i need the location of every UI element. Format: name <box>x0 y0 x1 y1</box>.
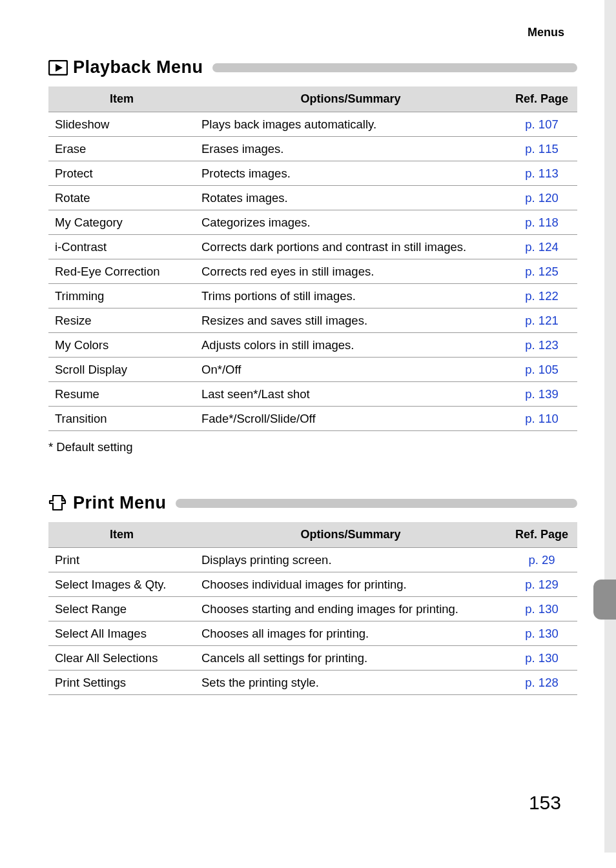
cell-ref[interactable]: p. 121 <box>506 308 577 333</box>
cell-options: Categorizes images. <box>195 210 506 235</box>
cell-item: Trimming <box>48 284 195 308</box>
table-row: PrintDisplays printing screen.p. 29 <box>48 548 577 572</box>
cell-item: Print <box>48 548 195 572</box>
cell-ref[interactable]: p. 122 <box>506 284 577 308</box>
cell-item: Select Range <box>48 597 195 621</box>
header-label: Menus <box>48 26 577 39</box>
cell-options: Cancels all settings for printing. <box>195 646 506 671</box>
cell-options: Plays back images automatically. <box>195 112 506 137</box>
cell-item: My Colors <box>48 333 195 358</box>
table-header-row: Item Options/Summary Ref. Page <box>48 522 577 548</box>
table-row: i-ContrastCorrects dark portions and con… <box>48 235 577 259</box>
table-header-row: Item Options/Summary Ref. Page <box>48 86 577 112</box>
cell-options: Chooses individual images for printing. <box>195 572 506 597</box>
table-row: Red-Eye CorrectionCorrects red eyes in s… <box>48 259 577 284</box>
cell-ref[interactable]: p. 130 <box>506 621 577 646</box>
cell-item: Select Images & Qty. <box>48 572 195 597</box>
cell-ref[interactable]: p. 110 <box>506 407 577 431</box>
table-row: Clear All SelectionsCancels all settings… <box>48 646 577 671</box>
cell-options: Last seen*/Last shot <box>195 382 506 407</box>
side-tab-marker <box>593 580 616 620</box>
cell-options: Resizes and saves still images. <box>195 308 506 333</box>
cell-options: Corrects red eyes in still images. <box>195 259 506 284</box>
cell-item: Protect <box>48 161 195 186</box>
cell-options: Adjusts colors in still images. <box>195 333 506 358</box>
table-row: TransitionFade*/Scroll/Slide/Offp. 110 <box>48 407 577 431</box>
cell-ref[interactable]: p. 29 <box>506 548 577 572</box>
cell-item: Rotate <box>48 186 195 210</box>
cell-ref[interactable]: p. 129 <box>506 572 577 597</box>
print-title-text: Print Menu <box>73 493 167 513</box>
page-number: 153 <box>48 792 577 814</box>
col-ref: Ref. Page <box>506 86 577 112</box>
cell-ref[interactable]: p. 125 <box>506 259 577 284</box>
side-tab <box>604 0 616 853</box>
print-section-title: Print Menu <box>48 493 577 513</box>
cell-ref[interactable]: p. 123 <box>506 333 577 358</box>
cell-item: My Category <box>48 210 195 235</box>
playback-section-title: Playback Menu <box>48 57 577 77</box>
cell-ref[interactable]: p. 124 <box>506 235 577 259</box>
table-row: SlideshowPlays back images automatically… <box>48 112 577 137</box>
table-row: Select All ImagesChooses all images for … <box>48 621 577 646</box>
cell-options: Fade*/Scroll/Slide/Off <box>195 407 506 431</box>
cell-ref[interactable]: p. 130 <box>506 646 577 671</box>
cell-options: On*/Off <box>195 358 506 382</box>
page: Menus Playback Menu Item Options/Summary… <box>0 0 616 853</box>
playback-table: Item Options/Summary Ref. Page Slideshow… <box>48 86 577 431</box>
cell-item: i-Contrast <box>48 235 195 259</box>
cell-item: Erase <box>48 137 195 161</box>
cell-ref[interactable]: p. 120 <box>506 186 577 210</box>
cell-item: Slideshow <box>48 112 195 137</box>
col-options: Options/Summary <box>195 86 506 112</box>
cell-item: Print Settings <box>48 671 195 695</box>
cell-options: Chooses starting and ending images for p… <box>195 597 506 621</box>
print-icon <box>48 494 68 512</box>
col-options: Options/Summary <box>195 522 506 548</box>
cell-options: Erases images. <box>195 137 506 161</box>
cell-item: Resume <box>48 382 195 407</box>
table-row: ResumeLast seen*/Last shotp. 139 <box>48 382 577 407</box>
table-row: My CategoryCategorizes images.p. 118 <box>48 210 577 235</box>
playback-footnote: * Default setting <box>48 440 577 454</box>
playback-icon <box>48 60 68 76</box>
cell-options: Corrects dark portions and contrast in s… <box>195 235 506 259</box>
cell-ref[interactable]: p. 113 <box>506 161 577 186</box>
table-row: Scroll DisplayOn*/Offp. 105 <box>48 358 577 382</box>
cell-ref[interactable]: p. 128 <box>506 671 577 695</box>
cell-ref[interactable]: p. 130 <box>506 597 577 621</box>
cell-ref[interactable]: p. 115 <box>506 137 577 161</box>
cell-item: Red-Eye Correction <box>48 259 195 284</box>
cell-ref[interactable]: p. 107 <box>506 112 577 137</box>
table-row: ResizeResizes and saves still images.p. … <box>48 308 577 333</box>
table-row: TrimmingTrims portions of still images.p… <box>48 284 577 308</box>
cell-options: Rotates images. <box>195 186 506 210</box>
cell-options: Chooses all images for printing. <box>195 621 506 646</box>
cell-options: Protects images. <box>195 161 506 186</box>
table-row: RotateRotates images.p. 120 <box>48 186 577 210</box>
col-item: Item <box>48 86 195 112</box>
cell-item: Transition <box>48 407 195 431</box>
table-row: ProtectProtects images.p. 113 <box>48 161 577 186</box>
svg-marker-1 <box>56 64 63 72</box>
cell-ref[interactable]: p. 139 <box>506 382 577 407</box>
col-ref: Ref. Page <box>506 522 577 548</box>
playback-title-text: Playback Menu <box>73 57 203 77</box>
cell-options: Displays printing screen. <box>195 548 506 572</box>
cell-options: Sets the printing style. <box>195 671 506 695</box>
table-row: My ColorsAdjusts colors in still images.… <box>48 333 577 358</box>
table-row: Select Images & Qty.Chooses individual i… <box>48 572 577 597</box>
col-item: Item <box>48 522 195 548</box>
title-rule <box>176 499 578 508</box>
cell-item: Clear All Selections <box>48 646 195 671</box>
cell-item: Resize <box>48 308 195 333</box>
cell-ref[interactable]: p. 118 <box>506 210 577 235</box>
cell-options: Trims portions of still images. <box>195 284 506 308</box>
table-row: EraseErases images.p. 115 <box>48 137 577 161</box>
cell-ref[interactable]: p. 105 <box>506 358 577 382</box>
table-row: Select RangeChooses starting and ending … <box>48 597 577 621</box>
table-row: Print SettingsSets the printing style.p.… <box>48 671 577 695</box>
cell-item: Select All Images <box>48 621 195 646</box>
print-table: Item Options/Summary Ref. Page PrintDisp… <box>48 522 577 695</box>
title-rule <box>212 63 577 72</box>
